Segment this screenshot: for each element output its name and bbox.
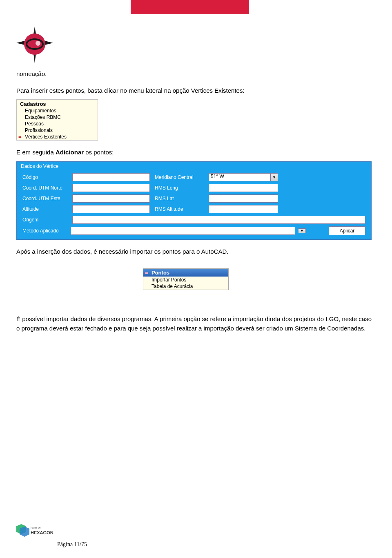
arrow-icon: ➨ [145, 270, 149, 276]
paragraph: Após a inserção dos dados, é necessário … [16, 247, 372, 257]
rms-long-label: RMS Long [155, 185, 204, 191]
pontos-menu-screenshot: ➨ Pontos Importar Pontos Tabela de Acurá… [143, 268, 229, 290]
menu-item[interactable]: Pessoas [17, 121, 98, 127]
cadastros-menu-screenshot: Cadastros Equipamentos Estações RBMC Pes… [16, 99, 98, 141]
rms-alt-label: RMS Altitude [155, 206, 204, 212]
codigo-label: Código [22, 174, 67, 180]
menu-header-label: Pontos [151, 270, 169, 276]
menu-header[interactable]: ➨ Pontos [143, 269, 228, 277]
arrow-icon: ➨ [18, 134, 22, 140]
rms-long-input[interactable] [209, 184, 278, 192]
altitude-label: Altitude [22, 206, 67, 212]
origem-label: Origem [22, 217, 67, 223]
paragraph: E em seguida Adicionar os pontos: [16, 148, 372, 157]
chevron-down-icon[interactable]: ▼ [298, 228, 306, 233]
menu-header: Cadastros [17, 100, 98, 107]
svg-point-2 [36, 41, 40, 46]
origem-input[interactable] [72, 216, 365, 224]
chevron-down-icon[interactable]: ▼ [271, 173, 278, 181]
fieldset-legend: Dados do Vértice [17, 162, 371, 169]
este-input[interactable] [72, 194, 150, 203]
menu-item[interactable]: Estações RBMC [17, 114, 98, 121]
altitude-input[interactable] [72, 205, 150, 213]
menu-item[interactable]: Tabela de Acurácia [143, 283, 228, 290]
rms-lat-label: RMS Lat [155, 196, 204, 201]
svg-text:PART OF: PART OF [31, 527, 41, 529]
metodo-label: Método Aplicado [22, 228, 67, 234]
svg-text:HEXAGON: HEXAGON [31, 530, 53, 535]
header-bar [131, 0, 249, 14]
metodo-select[interactable] [71, 227, 295, 235]
svg-marker-4 [20, 527, 29, 537]
meridiano-label: Meridiano Central [155, 174, 204, 180]
app-logo [14, 25, 55, 65]
menu-item[interactable]: Equipamentos [17, 107, 98, 114]
este-label: Coord. UTM Este [22, 196, 67, 201]
paragraph: É possível importar dados de diversos pr… [16, 315, 372, 333]
paragraph: nomeação. [16, 69, 372, 79]
page-number: Página 11/75 [57, 541, 87, 548]
norte-input[interactable] [72, 184, 150, 192]
menu-item[interactable]: Profissionais [17, 127, 98, 134]
menu-item[interactable]: ➨ Vértices Existentes [17, 134, 98, 140]
menu-item[interactable]: Importar Pontos [143, 277, 228, 283]
aplicar-button[interactable]: Aplicar [329, 226, 365, 235]
rms-lat-input[interactable] [209, 194, 278, 203]
codigo-input[interactable]: - - [72, 173, 150, 181]
paragraph: Para inserir estes pontos, basta clicar … [16, 86, 372, 96]
rms-alt-input[interactable] [209, 205, 278, 213]
meridiano-select[interactable]: 51° W [209, 173, 271, 181]
vertice-form-screenshot: Dados do Vértice Código - - Meridiano Ce… [16, 161, 372, 240]
norte-label: Coord. UTM Norte [22, 185, 67, 191]
menu-item-label: Vértices Existentes [25, 134, 67, 140]
hexagon-logo: PART OF HEXAGON [12, 523, 53, 539]
